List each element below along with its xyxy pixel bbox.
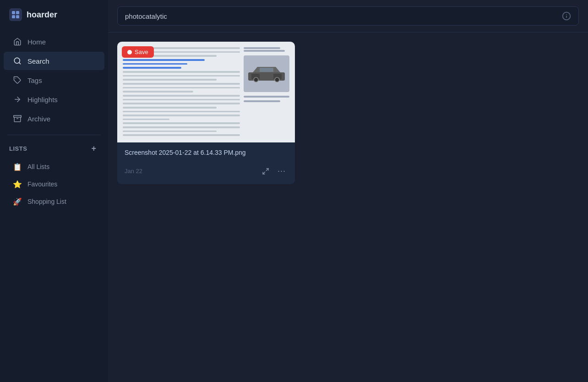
- list-item-all-lists-label: All Lists: [27, 163, 49, 170]
- search-icon: [13, 56, 22, 65]
- main-content: Save: [108, 0, 588, 382]
- all-lists-icon: 📋: [13, 162, 22, 171]
- sidebar-item-home-label: Home: [27, 38, 46, 46]
- list-item-shopping[interactable]: 🚀 Shopping List: [4, 193, 104, 210]
- svg-rect-2: [12, 15, 15, 18]
- doc-line: [123, 119, 169, 120]
- sidebar-item-home[interactable]: Home: [4, 33, 104, 51]
- sidebar-item-search-label: Search: [27, 57, 49, 65]
- doc-line: [123, 87, 240, 89]
- tags-icon: [13, 76, 22, 85]
- doc-line: [123, 103, 240, 104]
- svg-rect-8: [14, 115, 22, 117]
- home-icon: [13, 37, 22, 46]
- sidebar-item-highlights-label: Highlights: [27, 96, 58, 104]
- sidebar-item-archive-label: Archive: [27, 115, 50, 123]
- save-button[interactable]: Save: [122, 46, 154, 58]
- doc-text-column: [123, 47, 240, 137]
- svg-line-19: [266, 169, 268, 171]
- search-input[interactable]: [125, 12, 556, 20]
- sidebar-divider: [7, 135, 101, 135]
- card-footer: Jan 22 ···: [117, 164, 295, 184]
- list-item-all-lists[interactable]: 📋 All Lists: [4, 158, 104, 175]
- sidebar-item-archive[interactable]: Archive: [4, 109, 104, 128]
- card-info: Screenshot 2025-01-22 at 6.14.33 PM.png: [117, 142, 295, 164]
- doc-line: [123, 91, 193, 93]
- sidebar: hoarder Home Search: [0, 0, 108, 382]
- doc-line: [123, 111, 240, 113]
- expand-button[interactable]: [260, 166, 271, 177]
- search-bar: [117, 6, 579, 26]
- nav-section: Home Search Tags: [0, 29, 108, 131]
- list-item-shopping-label: Shopping List: [27, 198, 66, 205]
- doc-line: [123, 131, 217, 132]
- svg-rect-0: [12, 11, 15, 14]
- expand-icon: [262, 168, 269, 175]
- doc-line: [123, 95, 240, 97]
- sidebar-item-tags-label: Tags: [27, 76, 42, 84]
- card-actions: ···: [260, 164, 288, 178]
- doc-line-blue: [123, 59, 205, 61]
- favourites-icon: ⭐: [13, 180, 22, 189]
- save-dot-icon: [127, 50, 132, 55]
- doc-line: [123, 122, 240, 124]
- list-item-favourites-label: Favourites: [27, 180, 57, 188]
- app-name: hoarder: [27, 10, 57, 20]
- archive-icon: [13, 114, 22, 123]
- doc-line: [123, 83, 240, 85]
- logo-area: hoarder: [0, 0, 108, 29]
- doc-car-image: [244, 55, 289, 92]
- shopping-list-icon: 🚀: [13, 197, 22, 206]
- card-title: Screenshot 2025-01-22 at 6.14.33 PM.png: [125, 149, 288, 156]
- highlights-icon: [13, 95, 22, 104]
- card-date: Jan 22: [125, 168, 142, 175]
- svg-point-17: [275, 77, 279, 82]
- doc-line-blue: [123, 67, 181, 69]
- doc-line: [123, 79, 217, 81]
- list-item-favourites[interactable]: ⭐ Favourites: [4, 176, 104, 192]
- doc-line: [123, 71, 240, 73]
- card-thumbnail: Save: [117, 42, 295, 142]
- doc-caption: [244, 47, 289, 53]
- svg-line-5: [19, 62, 20, 64]
- doc-line: [123, 75, 240, 77]
- sidebar-item-search[interactable]: Search: [4, 52, 104, 70]
- svg-rect-3: [16, 15, 19, 18]
- info-icon[interactable]: [562, 11, 571, 21]
- doc-line: [123, 107, 217, 109]
- svg-point-16: [254, 77, 258, 82]
- app-logo-icon: [9, 8, 22, 21]
- svg-rect-1: [16, 11, 19, 14]
- results-area: Save: [108, 33, 588, 382]
- three-dots-icon: ···: [278, 166, 286, 176]
- svg-rect-18: [260, 68, 273, 72]
- doc-image-column: [244, 47, 289, 137]
- result-card[interactable]: Save: [117, 42, 295, 184]
- doc-line: [123, 134, 240, 136]
- search-bar-container: [108, 0, 588, 33]
- sidebar-item-highlights[interactable]: Highlights: [4, 90, 104, 109]
- sidebar-item-tags[interactable]: Tags: [4, 71, 104, 89]
- more-options-button[interactable]: ···: [276, 164, 288, 178]
- lists-label: Lists: [9, 145, 27, 152]
- doc-line: [123, 126, 240, 128]
- doc-line: [123, 115, 240, 116]
- doc-line: [123, 99, 240, 101]
- svg-line-20: [263, 172, 265, 174]
- doc-line-blue: [123, 63, 187, 65]
- lists-header: Lists +: [0, 139, 108, 158]
- add-list-button[interactable]: +: [89, 143, 99, 153]
